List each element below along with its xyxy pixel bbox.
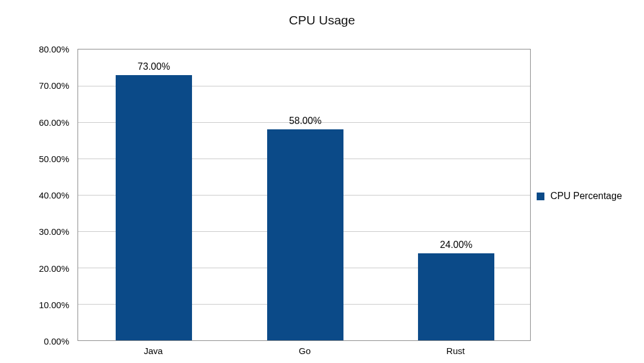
bar-java: [116, 75, 192, 340]
plot-wrap: 0.00% 10.00% 20.00% 30.00% 40.00% 50.00%…: [18, 49, 626, 341]
y-tick-label: 20.00%: [0, 263, 75, 273]
y-tick-label: 50.00%: [0, 153, 75, 163]
x-tick-label: Rust: [447, 346, 465, 356]
y-tick-label: 30.00%: [0, 227, 75, 237]
y-axis: 0.00% 10.00% 20.00% 30.00% 40.00% 50.00%…: [0, 49, 75, 341]
y-tick-label: 60.00%: [0, 117, 75, 127]
bar-go: [267, 129, 343, 340]
y-tick-label: 80.00%: [0, 44, 75, 54]
bar-rust: [418, 253, 494, 340]
data-label: 58.00%: [289, 116, 321, 126]
y-tick-label: 40.00%: [0, 190, 75, 200]
y-tick-label: 10.00%: [0, 299, 75, 309]
chart-title: CPU Usage: [0, 13, 644, 27]
x-tick-label: Go: [299, 346, 311, 356]
data-label: 24.00%: [440, 240, 472, 250]
y-tick-label: 0.00%: [0, 336, 75, 346]
x-axis: Java Go Rust: [78, 346, 531, 363]
legend-label: CPU Percentage: [550, 191, 622, 201]
legend: CPU Percentage: [537, 191, 622, 201]
x-tick-label: Java: [144, 346, 163, 356]
plot-area: 73.00% 58.00% 24.00%: [78, 49, 531, 341]
y-tick-label: 70.00%: [0, 80, 75, 91]
legend-swatch-icon: [537, 193, 544, 200]
cpu-usage-chart: CPU Usage 0.00% 10.00% 20.00% 30.00% 40.…: [0, 0, 644, 363]
data-label: 73.00%: [138, 61, 170, 72]
bars-group: 73.00% 58.00% 24.00%: [78, 49, 530, 340]
